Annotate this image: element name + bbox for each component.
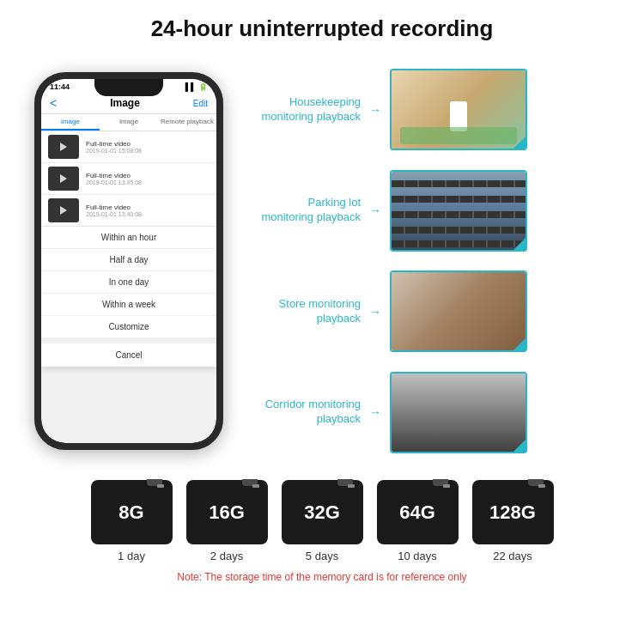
- app-tabs: image Image Remote playback: [41, 114, 216, 131]
- storage-card-wrapper-2: 32G5 days: [282, 480, 363, 562]
- video-info-1: Full-time video 2019-01-01 15:08:08: [86, 140, 210, 154]
- corner-arrow-store: [513, 338, 526, 350]
- monitoring-corridor: Corridor monitoringplayback →: [249, 372, 627, 453]
- car-row-2: [392, 196, 526, 203]
- monitoring-section: Housekeepingmonitoring playback → Parkin…: [249, 51, 627, 471]
- arrow-parking: →: [369, 204, 381, 217]
- back-button[interactable]: <: [50, 96, 57, 110]
- phone-screen: 11:44 ▌▌ 🔋 < Image Edit image Image Remo…: [41, 79, 216, 443]
- corner-arrow-housekeeping: [513, 137, 526, 149]
- sd-capacity-3: 64G: [399, 501, 435, 524]
- video-thumb-1: [48, 135, 79, 159]
- monitoring-image-parking: [390, 170, 527, 252]
- storage-card-wrapper-0: 8G1 day: [91, 480, 173, 562]
- sd-card-0: 8G: [91, 480, 173, 544]
- time-display: 11:44: [50, 82, 70, 91]
- storage-card-wrapper-3: 64G10 days: [377, 480, 459, 562]
- cancel-button[interactable]: Cancel: [41, 338, 216, 367]
- monitoring-store: Store monitoringplayback →: [249, 270, 627, 352]
- play-icon-3: [60, 206, 67, 215]
- corner-arrow-parking: [513, 238, 526, 250]
- scene-housekeeping: [392, 70, 526, 149]
- sd-card-2: 32G: [282, 480, 363, 544]
- video-list: Full-time video 2019-01-01 15:08:08 Full…: [41, 131, 216, 227]
- scene-corridor: [392, 374, 526, 452]
- sd-capacity-1: 16G: [209, 501, 245, 524]
- arrow-housekeeping: →: [369, 103, 381, 117]
- scene-parking: [392, 172, 526, 250]
- phone-notch: [94, 79, 163, 96]
- main-content: 11:44 ▌▌ 🔋 < Image Edit image Image Remo…: [0, 51, 644, 471]
- signal-display: ▌▌ 🔋: [185, 82, 208, 91]
- menu-item-hour[interactable]: Within an hour: [41, 227, 216, 249]
- storage-note: Note: The storage time of the memory car…: [177, 571, 466, 583]
- monitoring-housekeeping: Housekeepingmonitoring playback →: [249, 69, 627, 150]
- sd-capacity-0: 8G: [118, 501, 143, 524]
- video-item-1[interactable]: Full-time video 2019-01-01 15:08:08: [41, 131, 216, 163]
- car-row-5: [392, 240, 526, 247]
- page-title: 24-hour uninterrupted recording: [17, 15, 627, 42]
- menu-item-customize[interactable]: Customize: [41, 316, 216, 338]
- video-thumb-2: [48, 167, 79, 191]
- monitoring-image-housekeeping: [390, 69, 527, 150]
- storage-card-wrapper-1: 16G2 days: [186, 480, 268, 562]
- video-date-2: 2019-01-01 13:45:08: [86, 179, 210, 185]
- scene-mat: [400, 127, 517, 144]
- storage-cards: 8G1 day16G2 days32G5 days64G10 days128G2…: [91, 480, 554, 562]
- tab-image2[interactable]: Image: [100, 114, 158, 131]
- menu-item-week[interactable]: Within a week: [41, 294, 216, 316]
- sd-card-1: 16G: [186, 480, 268, 544]
- play-icon-1: [60, 143, 67, 151]
- tab-remote[interactable]: Remote playback: [158, 114, 216, 131]
- video-date-3: 2019-01-01 13:40:08: [86, 211, 210, 217]
- sd-days-4: 22 days: [493, 550, 532, 562]
- sd-days-0: 1 day: [118, 550, 145, 562]
- tab-image[interactable]: image: [41, 114, 100, 131]
- video-item-3[interactable]: Full-time video 2019-01-01 13:40:08: [41, 195, 216, 227]
- phone-section: 11:44 ▌▌ 🔋 < Image Edit image Image Remo…: [17, 51, 240, 471]
- screen-title: Image: [110, 97, 140, 109]
- play-icon-2: [60, 174, 67, 183]
- monitoring-parking: Parking lotmonitoring playback →: [249, 170, 627, 252]
- car-row-3: [392, 211, 526, 218]
- menu-item-oneday[interactable]: In one day: [41, 271, 216, 294]
- video-item-2[interactable]: Full-time video 2019-01-01 13:45:08: [41, 163, 216, 195]
- video-title-1: Full-time video: [86, 140, 210, 148]
- menu-item-halfday[interactable]: Half a day: [41, 249, 216, 271]
- phone-device: 11:44 ▌▌ 🔋 < Image Edit image Image Remo…: [34, 72, 223, 450]
- arrow-store: →: [369, 305, 381, 319]
- monitoring-label-housekeeping: Housekeepingmonitoring playback: [249, 95, 361, 125]
- sd-days-1: 2 days: [210, 550, 243, 562]
- sd-card-3: 64G: [377, 480, 459, 544]
- sd-days-2: 5 days: [306, 550, 338, 562]
- arrow-corridor: →: [369, 405, 381, 419]
- car-row-1: [392, 180, 526, 187]
- monitoring-image-store: [390, 270, 527, 352]
- corner-arrow-corridor: [513, 440, 526, 452]
- sd-days-3: 10 days: [398, 550, 437, 562]
- storage-section: 8G1 day16G2 days32G5 days64G10 days128G2…: [0, 471, 644, 583]
- storage-card-wrapper-4: 128G22 days: [472, 480, 554, 562]
- sd-capacity-4: 128G: [489, 501, 536, 524]
- sd-card-4: 128G: [472, 480, 554, 544]
- car-row-4: [392, 227, 526, 234]
- video-title-2: Full-time video: [86, 172, 210, 179]
- dropdown-menu: Within an hour Half a day In one day Wit…: [41, 227, 216, 367]
- edit-button[interactable]: Edit: [193, 99, 208, 108]
- monitoring-image-corridor: [390, 372, 527, 453]
- monitoring-label-store: Store monitoringplayback: [249, 297, 361, 326]
- sd-capacity-2: 32G: [304, 501, 340, 524]
- monitoring-label-corridor: Corridor monitoringplayback: [249, 398, 361, 427]
- video-info-3: Full-time video 2019-01-01 13:40:08: [86, 204, 210, 217]
- scene-store: [392, 272, 526, 350]
- monitoring-label-parking: Parking lotmonitoring playback: [249, 196, 361, 225]
- video-date-1: 2019-01-01 15:08:08: [86, 148, 210, 154]
- video-thumb-3: [48, 198, 79, 222]
- video-info-2: Full-time video 2019-01-01 13:45:08: [86, 172, 210, 185]
- video-title-3: Full-time video: [86, 204, 210, 211]
- page-header: 24-hour uninterrupted recording: [0, 0, 644, 51]
